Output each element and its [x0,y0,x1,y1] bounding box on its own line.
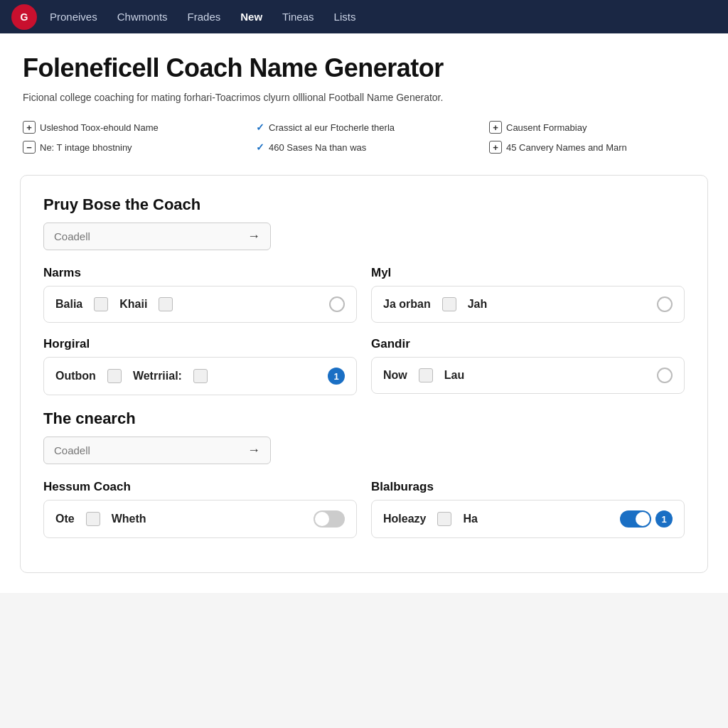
feature-label-3: Causent Formabiay [506,122,587,133]
blalburags-option-holeazy[interactable]: Holeazy [383,513,426,525]
names-option-box: Balia Khaii [43,286,357,323]
horgiral-checkbox-outbon[interactable] [107,369,122,383]
page-title: Foleneficell Coach Name Generator [23,53,705,83]
myl-option-jorban[interactable]: Ja orban [383,298,431,311]
blalburags-toggle-group: 1 [620,510,673,528]
main-card: Pruy Bose the Coach → Narms Balia Khaii … [20,175,708,573]
gandir-section: Gandir Now Lau [371,337,685,395]
horgiral-label: Horgiral [43,337,357,351]
horgiral-option-wetrriial[interactable]: Wetrriial: [133,370,182,382]
feature-label-4: Ne: T intage bhostniny [40,142,132,153]
names-option-balia[interactable]: Balia [55,298,82,311]
names-radio[interactable] [329,296,345,312]
feature-label-1: Usleshod Toox-ehould Name [40,122,159,133]
hessum-toggle-knob [315,512,329,526]
blalburags-option-box: Holeazy Ha 1 [371,500,685,538]
horgiral-option-box: Outbon Wetrriial: 1 [43,357,357,395]
feature-1: + Usleshod Toox-ehould Name [23,119,239,135]
nav-item-tineas[interactable]: Tineas [282,8,314,26]
horgiral-gandir-row: Horgiral Outbon Wetrriial: 1 Gandir Now … [43,337,685,395]
feature-label-2: Crassict al eur Ftocherle therla [269,122,395,133]
hessum-blalburags-row: Hessum Coach Ote Wheth Blalburags Holeaz… [43,480,685,538]
gandir-radio[interactable] [657,368,673,383]
feature-6: + 45 Canvery Names and Marn [489,139,705,155]
feature-plus-icon-1: + [23,121,36,134]
section1-search-arrow-icon[interactable]: → [247,229,260,244]
section1-search-container[interactable]: → [43,223,271,250]
nav-item-frades[interactable]: Frades [188,8,221,26]
blalburags-option-ha[interactable]: Ha [463,513,477,525]
hessum-checkbox-ote[interactable] [86,512,100,526]
names-checkbox-khaii[interactable] [159,297,173,311]
names-option-khaii[interactable]: Khaii [119,298,147,311]
nav-items: Proneives Chwmonts Frades New Tineas Lis… [50,8,355,26]
blalburags-section: Blalburags Holeazy Ha 1 [371,480,685,538]
section2-search-container[interactable]: → [43,437,271,464]
gandir-label: Gandir [371,337,685,351]
gandir-option-box: Now Lau [371,357,685,394]
blalburags-toggle-knob [636,512,650,526]
page-content: Foleneficell Coach Name Generator Ficion… [0,33,728,593]
horgiral-badge: 1 [328,368,345,385]
names-section: Narms Balia Khaii [43,266,357,323]
feature-check-icon-2: ✓ [256,122,264,133]
myl-option-jah[interactable]: Jah [468,298,488,311]
feature-plus-icon-3: + [489,121,502,134]
feature-4: − Ne: T intage bhostniny [23,139,239,155]
feature-plus-icon-6: + [489,141,502,154]
feature-minus-icon-4: − [23,141,36,154]
gandir-option-lau[interactable]: Lau [444,369,464,382]
myl-option-box: Ja orban Jah [371,286,685,323]
horgiral-section: Horgiral Outbon Wetrriial: 1 [43,337,357,395]
names-checkbox-balia[interactable] [94,297,108,311]
blalburags-checkbox-holeazy[interactable] [437,512,451,526]
feature-3: + Causent Formabiay [489,119,705,135]
horgiral-option-outbon[interactable]: Outbon [55,370,96,382]
myl-checkbox-jorban[interactable] [442,297,456,311]
hessum-option-wheth[interactable]: Wheth [112,513,146,525]
page-description: Ficional college coaching for mating for… [23,90,705,105]
names-myl-row: Narms Balia Khaii Myl Ja orban Jah [43,266,685,323]
blalburags-label: Blalburags [371,480,685,494]
myl-label: Myl [371,266,685,280]
navigation: G Proneives Chwmonts Frades New Tineas L… [0,0,728,33]
section2-title: The cnearch [43,410,685,428]
gandir-checkbox-now[interactable] [419,368,433,382]
hessum-toggle[interactable] [314,510,345,528]
hessum-option-box: Ote Wheth [43,500,357,538]
hessum-section: Hessum Coach Ote Wheth [43,480,357,538]
feature-5: ✓ 460 Sases Na than was [256,139,472,155]
features-grid: + Usleshod Toox-ehould Name ✓ Crassict a… [23,119,705,155]
section2-search-input[interactable] [54,444,242,456]
section2-search-arrow-icon[interactable]: → [247,443,260,458]
myl-radio[interactable] [657,296,673,312]
hessum-label: Hessum Coach [43,480,357,494]
nav-item-lists[interactable]: Lists [334,8,356,26]
hessum-option-ote[interactable]: Ote [55,513,75,525]
nav-item-proneives[interactable]: Proneives [50,8,97,26]
section1-search-input[interactable] [54,230,242,242]
section1-title: Pruy Bose the Coach [43,196,685,214]
nav-item-new[interactable]: New [240,8,262,26]
blalburags-toggle[interactable] [620,510,651,528]
gandir-option-now[interactable]: Now [383,369,407,382]
feature-label-6: 45 Canvery Names and Marn [506,142,627,153]
feature-2: ✓ Crassict al eur Ftocherle therla [256,119,472,135]
names-label: Narms [43,266,357,280]
feature-check-icon-5: ✓ [256,141,264,153]
horgiral-checkbox-wetrriial[interactable] [193,369,208,383]
feature-label-5: 460 Sases Na than was [269,142,366,153]
nav-item-chwmonts[interactable]: Chwmonts [117,8,168,26]
myl-section: Myl Ja orban Jah [371,266,685,323]
nav-logo: G [11,4,37,30]
blalburags-badge: 1 [655,510,673,528]
